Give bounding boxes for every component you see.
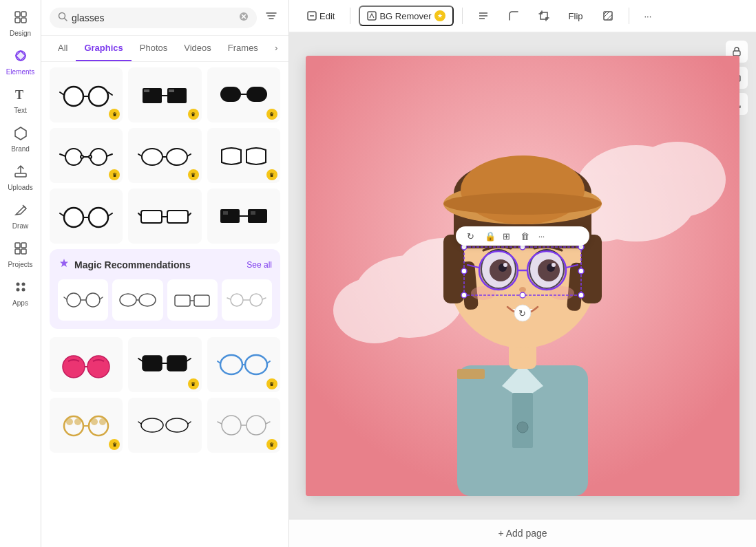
elements-grid: ♛ ♛ ♛ bbox=[41, 62, 288, 547]
edit-button[interactable]: Edit bbox=[300, 8, 342, 25]
svg-point-107 bbox=[246, 416, 266, 435]
more-button[interactable]: ··· bbox=[638, 8, 659, 25]
svg-point-64 bbox=[67, 293, 81, 307]
search-filter-icon[interactable] bbox=[262, 7, 280, 28]
svg-rect-72 bbox=[175, 295, 190, 306]
svg-rect-2 bbox=[15, 18, 20, 23]
align-icon bbox=[478, 10, 489, 21]
glasses-item-9[interactable] bbox=[207, 189, 280, 244]
main-area: Edit BG Remover ★ bbox=[289, 0, 756, 547]
sidebar-item-text-label: Text bbox=[14, 107, 26, 114]
bg-remover-button[interactable]: BG Remover ★ bbox=[359, 6, 453, 26]
canvas-container: ↻ 🔒 ⊞ 🗑 ··· ↻ bbox=[306, 56, 739, 496]
sidebar-item-uploads[interactable]: Uploads bbox=[3, 160, 39, 195]
bg-remover-label: BG Remover bbox=[379, 11, 431, 21]
glasses-color-item-2[interactable]: ♛ bbox=[128, 337, 201, 392]
svg-line-104 bbox=[138, 422, 141, 424]
tabs: All Graphics Photos Videos Frames › bbox=[41, 36, 288, 62]
svg-point-163 bbox=[479, 251, 518, 290]
glasses-item-5[interactable]: ♛ bbox=[128, 128, 201, 183]
add-page-bar[interactable]: + Add page bbox=[289, 519, 756, 547]
glasses-last-item-2[interactable] bbox=[128, 398, 201, 453]
svg-rect-34 bbox=[220, 87, 241, 102]
svg-line-88 bbox=[138, 358, 143, 361]
magic-item-1[interactable] bbox=[58, 279, 108, 321]
glasses-item-8[interactable] bbox=[128, 189, 201, 244]
magic-item-4[interactable] bbox=[222, 279, 272, 321]
sidebar-item-elements[interactable]: Elements bbox=[3, 44, 39, 80]
tab-graphics[interactable]: Graphics bbox=[76, 36, 131, 61]
svg-line-53 bbox=[108, 213, 112, 216]
crown-badge-4: ♛ bbox=[109, 169, 120, 180]
magic-title-wrap: Magic Recommendations bbox=[58, 257, 191, 272]
glasses-item-1[interactable]: ♛ bbox=[50, 67, 123, 122]
bg-remover-icon bbox=[367, 11, 377, 21]
svg-point-176 bbox=[578, 268, 584, 274]
transparency-icon bbox=[602, 10, 613, 21]
magic-item-3[interactable] bbox=[167, 279, 218, 321]
search-input[interactable] bbox=[72, 12, 235, 23]
canvas-area[interactable]: ↻ 🔒 ⊞ 🗑 ··· ↻ bbox=[289, 32, 756, 519]
svg-point-15 bbox=[21, 288, 25, 292]
crop-icon bbox=[538, 10, 549, 21]
svg-line-68 bbox=[100, 297, 103, 299]
svg-line-109 bbox=[218, 422, 222, 424]
glasses-color-item-1[interactable] bbox=[50, 337, 123, 392]
svg-point-24 bbox=[64, 87, 83, 106]
svg-rect-86 bbox=[167, 356, 187, 371]
sidebar-item-draw[interactable]: Draw bbox=[3, 198, 39, 234]
glasses-item-2[interactable]: ♛ bbox=[128, 67, 201, 122]
search-clear-icon[interactable] bbox=[239, 12, 249, 23]
crop-button[interactable] bbox=[532, 7, 556, 25]
crown-badge-3: ♛ bbox=[266, 109, 277, 120]
tab-frames[interactable]: Frames bbox=[220, 36, 266, 61]
svg-point-49 bbox=[64, 208, 83, 227]
tab-videos[interactable]: Videos bbox=[176, 36, 220, 61]
svg-rect-138 bbox=[512, 393, 533, 448]
crown-badge-c3: ♛ bbox=[266, 378, 277, 389]
svg-rect-35 bbox=[246, 87, 267, 102]
svg-line-78 bbox=[227, 298, 231, 299]
glasses-item-4[interactable]: ♛ bbox=[50, 128, 123, 183]
sidebar-item-design[interactable]: Design bbox=[3, 6, 39, 41]
svg-rect-62 bbox=[251, 211, 255, 215]
glasses-last-item-3[interactable]: ♛ bbox=[207, 398, 280, 453]
svg-line-67 bbox=[64, 297, 67, 299]
svg-point-103 bbox=[166, 418, 188, 432]
tab-more[interactable]: › bbox=[266, 36, 286, 61]
glasses-item-7[interactable] bbox=[50, 189, 123, 244]
magic-item-2[interactable] bbox=[112, 279, 162, 321]
transparency-button[interactable] bbox=[596, 7, 620, 25]
tab-photos[interactable]: Photos bbox=[132, 36, 176, 61]
svg-line-105 bbox=[188, 422, 191, 424]
flip-button[interactable]: Flip bbox=[562, 8, 590, 25]
glasses-item-6[interactable]: ♛ bbox=[207, 128, 280, 183]
sidebar-item-brand[interactable]: Brand bbox=[3, 121, 39, 157]
glasses-last-item-1[interactable]: ♛ bbox=[50, 398, 123, 453]
svg-rect-31 bbox=[144, 89, 149, 92]
search-input-wrap[interactable] bbox=[50, 8, 257, 28]
svg-rect-3 bbox=[21, 18, 26, 23]
sidebar-item-text[interactable]: T Text bbox=[3, 83, 39, 118]
magic-star-icon bbox=[58, 257, 70, 272]
svg-text:🔒: 🔒 bbox=[485, 230, 496, 242]
svg-point-98 bbox=[89, 416, 108, 436]
align-button[interactable] bbox=[471, 7, 496, 25]
svg-point-12 bbox=[16, 283, 19, 286]
tab-all[interactable]: All bbox=[50, 36, 76, 61]
glasses-item-3[interactable]: ♛ bbox=[207, 67, 280, 122]
search-bar bbox=[41, 0, 288, 36]
svg-point-139 bbox=[517, 422, 528, 433]
magic-see-all[interactable]: See all bbox=[246, 260, 272, 270]
svg-rect-61 bbox=[223, 211, 228, 215]
svg-line-94 bbox=[267, 361, 270, 363]
corner-radius-button[interactable] bbox=[501, 7, 526, 25]
svg-point-96 bbox=[66, 418, 73, 425]
svg-rect-73 bbox=[194, 295, 209, 306]
sidebar-item-apps[interactable]: Apps bbox=[3, 275, 39, 311]
glasses-color-item-3[interactable]: ♛ bbox=[207, 337, 280, 392]
projects-icon bbox=[13, 241, 28, 259]
svg-text:🗑: 🗑 bbox=[521, 231, 529, 242]
elements-panel: All Graphics Photos Videos Frames › ♛ bbox=[41, 0, 289, 547]
sidebar-item-projects[interactable]: Projects bbox=[3, 237, 39, 272]
